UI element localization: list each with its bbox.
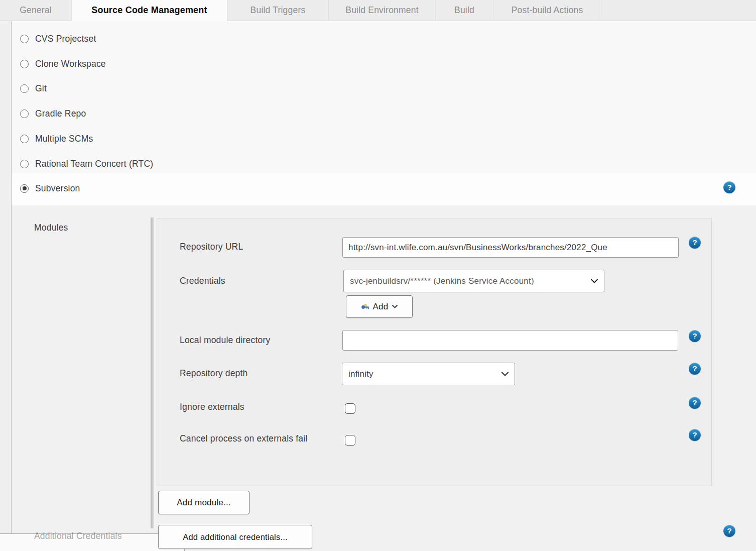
modules-section-label: Modules: [34, 223, 68, 233]
help-icon[interactable]: ?: [689, 237, 701, 249]
tab-post-build-actions[interactable]: Post-build Actions: [493, 0, 601, 21]
radio-icon: [20, 109, 29, 118]
credentials-selected-value: svc-jenbuildsrv/****** (Jenkins Service …: [350, 276, 534, 286]
add-module-button[interactable]: Add module...: [158, 491, 249, 514]
ignore-externals-checkbox[interactable]: [345, 403, 355, 414]
tabbar-filler: [601, 0, 756, 21]
module-drag-handle[interactable]: [151, 217, 154, 528]
cancel-process-on-externals-fail-label: Cancel process on externals fail: [180, 433, 307, 444]
scm-option-label: CVS Projectset: [35, 34, 96, 44]
additional-credentials-section-label: Additional Credentials: [34, 531, 122, 541]
jenkins-job-config-page: General Source Code Management Build Tri…: [0, 0, 756, 551]
caret-down-icon: [392, 305, 398, 308]
scm-option-cvs-projectset[interactable]: CVS Projectset: [20, 30, 96, 47]
credentials-select[interactable]: svc-jenbuildsrv/****** (Jenkins Service …: [343, 270, 604, 292]
scm-option-clone-workspace[interactable]: Clone Workspace: [20, 55, 106, 72]
scm-option-label: Clone Workspace: [35, 59, 106, 69]
radio-icon: [20, 84, 29, 93]
local-module-directory-label: Local module directory: [180, 335, 270, 346]
scm-option-multiple-scms[interactable]: Multiple SCMs: [20, 130, 93, 147]
radio-selected-icon: [20, 184, 29, 193]
subversion-row-highlight: [12, 173, 756, 205]
cancel-process-on-externals-fail-checkbox[interactable]: [345, 435, 355, 446]
scm-option-rational-team-concert[interactable]: Rational Team Concert (RTC): [20, 155, 153, 172]
help-icon[interactable]: ?: [723, 181, 735, 193]
help-icon[interactable]: ?: [689, 363, 701, 375]
repository-depth-select[interactable]: infinity: [342, 363, 515, 385]
help-icon[interactable]: ?: [723, 525, 735, 537]
scm-option-label: Git: [35, 83, 47, 94]
ignore-externals-label: Ignore externals: [180, 402, 244, 412]
tab-general[interactable]: General: [0, 0, 72, 21]
key-icon: [361, 303, 370, 311]
radio-icon: [20, 135, 29, 143]
scm-option-subversion[interactable]: Subversion: [20, 180, 80, 197]
help-icon[interactable]: ?: [689, 397, 701, 409]
local-module-directory-input[interactable]: [342, 330, 678, 351]
add-credentials-button-label: Add: [373, 302, 389, 312]
tab-build[interactable]: Build: [436, 0, 493, 21]
config-tabbar: General Source Code Management Build Tri…: [0, 0, 756, 21]
chevron-down-icon: [591, 279, 598, 283]
scm-option-label: Rational Team Concert (RTC): [35, 159, 153, 169]
scm-option-label: Gradle Repo: [35, 108, 86, 119]
help-icon[interactable]: ?: [689, 330, 701, 342]
module-config-box: [157, 218, 712, 486]
add-additional-credentials-button-label: Add additional credentials...: [183, 532, 288, 542]
tab-build-environment[interactable]: Build Environment: [329, 0, 436, 21]
scm-option-label: Subversion: [35, 183, 80, 194]
add-additional-credentials-button[interactable]: Add additional credentials...: [158, 525, 312, 549]
repository-depth-label: Repository depth: [180, 368, 248, 379]
tab-source-code-management[interactable]: Source Code Management: [72, 0, 227, 21]
chevron-down-icon: [501, 372, 509, 376]
add-credentials-button[interactable]: Add: [346, 295, 413, 318]
credentials-label: Credentials: [180, 276, 225, 286]
scm-option-label: Multiple SCMs: [35, 134, 93, 144]
repository-url-input[interactable]: [342, 237, 679, 258]
radio-icon: [20, 160, 29, 168]
repository-url-label: Repository URL: [180, 242, 243, 252]
repository-depth-selected-value: infinity: [348, 369, 373, 379]
radio-icon: [20, 35, 29, 43]
tab-build-triggers[interactable]: Build Triggers: [227, 0, 329, 21]
add-module-button-label: Add module...: [177, 498, 231, 508]
radio-icon: [20, 60, 29, 68]
scm-option-git[interactable]: Git: [20, 80, 47, 97]
help-icon[interactable]: ?: [689, 429, 701, 441]
scm-option-gradle-repo[interactable]: Gradle Repo: [20, 105, 86, 122]
